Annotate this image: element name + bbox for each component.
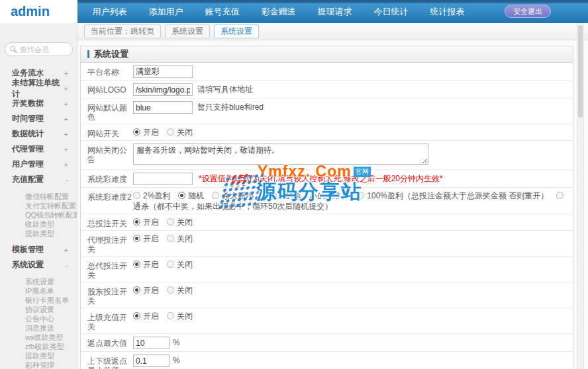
- form-row-agent-bet-switch: 代理投注开关开启关闭: [81, 231, 573, 257]
- rebate-max-input[interactable]: [133, 337, 170, 349]
- gagent-bet-switch-option-label: 开启: [143, 260, 159, 269]
- sidebar-group-9[interactable]: 系统设置-: [0, 257, 77, 272]
- radio-icon[interactable]: [167, 261, 174, 268]
- sidebar-subitem-7-4[interactable]: 提款类型: [0, 229, 77, 238]
- nav-item-4[interactable]: 提现请求: [307, 0, 363, 23]
- breadcrumb-item-0[interactable]: 当前位置：跳转页: [84, 24, 161, 38]
- sidebar-subitem-7-1[interactable]: 支付宝转帐配置: [0, 201, 77, 210]
- sidebar-group-7[interactable]: 充值配置-: [0, 172, 77, 187]
- radio-icon[interactable]: [556, 192, 564, 199]
- sidebar-group-label: 系统设置: [12, 259, 44, 270]
- total-bet-switch-option-0[interactable]: 开启: [133, 218, 159, 227]
- top-navbar: admin 用户列表添加用户账号充值彩金赠送提现请求今日统计统计报表 安全退出: [0, 0, 588, 23]
- sidebar-subitem-9-3[interactable]: 协议设置: [0, 305, 77, 314]
- sidebar-subitem-9-7[interactable]: zfb收款类型: [0, 342, 77, 351]
- radio-icon[interactable]: [167, 128, 174, 136]
- member-search: [5, 42, 72, 56]
- sidebar-group-1[interactable]: 未结算注单统计+: [0, 81, 77, 96]
- nav-item-0[interactable]: 用户列表: [81, 0, 138, 23]
- agent-bet-switch-label: 代理投注开关: [87, 233, 133, 254]
- sidebar-subitem-9-0[interactable]: 系统设置: [0, 277, 77, 286]
- radio-icon[interactable]: [212, 192, 219, 199]
- sidebar-group-8[interactable]: 模板管理+: [0, 242, 77, 257]
- scrollbar-thumb[interactable]: [578, 25, 583, 118]
- nav-item-5[interactable]: 今日统计: [363, 0, 419, 23]
- parent-recharge-switch-option-label: 开启: [143, 311, 159, 321]
- sys-difficulty2-option-3[interactable]: 100%盈利（总投注金额大于总派奖金额 否则重开）: [357, 191, 548, 200]
- sidebar-subitem-9-8[interactable]: 提款类型: [0, 351, 77, 360]
- nav-item-2[interactable]: 账号充值: [194, 0, 250, 23]
- parent-recharge-switch-label: 上级充值开关: [87, 310, 133, 331]
- vertical-scrollbar[interactable]: [577, 23, 584, 369]
- sidebar-subitem-9-9[interactable]: 彩种管理: [0, 360, 77, 369]
- radio-icon[interactable]: [133, 192, 140, 199]
- form-row-close-notice: 网站关闭公告: [81, 141, 573, 170]
- settings-panel: 系统设置 平台名称网站LOGO请填写具体地址网站默认颜色暂只支持blue和red…: [80, 46, 573, 369]
- sidebar-subitem-9-5[interactable]: 消息推送: [0, 323, 77, 333]
- sidebar-subitem-9-4[interactable]: 公告中心: [0, 314, 77, 323]
- site-switch-option-label: 开启: [143, 128, 159, 137]
- sys-difficulty2-option-0[interactable]: 2%盈利: [133, 191, 170, 200]
- nav-item-6[interactable]: 统计报表: [419, 0, 475, 23]
- radio-icon[interactable]: [167, 312, 174, 319]
- sidebar-subitem-9-2[interactable]: 银行卡黑名单: [0, 296, 77, 305]
- radio-checked-icon[interactable]: [133, 286, 140, 294]
- sidebar-subitem-9-1[interactable]: IP黑名单: [0, 286, 77, 296]
- sidebar-group-3[interactable]: 时间管理+: [0, 111, 77, 126]
- sidebar-group-label: 未结算注单统计: [12, 77, 64, 100]
- radio-checked-icon[interactable]: [133, 312, 140, 319]
- platform-name-input[interactable]: [133, 65, 193, 78]
- form-row-platform-name: 平台名称: [81, 63, 573, 81]
- sidebar-subitem-7-0[interactable]: 微信转帐配置: [0, 192, 77, 201]
- sys-difficulty2-option-2[interactable]: 杀大赔小（投注大的杀，小的正常）: [212, 191, 349, 200]
- radio-icon[interactable]: [167, 218, 174, 226]
- sidebar-group-5[interactable]: 代理管理+: [0, 142, 77, 157]
- breadcrumb: 当前位置：跳转页系统设置系统设置: [77, 23, 588, 40]
- form-row-site-switch: 网站开关开启关闭: [81, 124, 573, 141]
- radio-icon[interactable]: [167, 286, 174, 294]
- site-switch-option-0[interactable]: 开启: [133, 128, 159, 137]
- breadcrumb-item-1[interactable]: 系统设置: [165, 24, 210, 38]
- sidebar-submenu: 系统设置IP黑名单银行卡黑名单协议设置公告中心消息推送wx收款类型zfb收款类型…: [0, 277, 77, 369]
- app-logo: admin: [0, 0, 77, 23]
- sidebar-group-6[interactable]: 用户管理+: [0, 157, 77, 172]
- radio-checked-icon[interactable]: [133, 235, 140, 242]
- nav-item-1[interactable]: 添加用户: [138, 0, 194, 23]
- radio-checked-icon[interactable]: [133, 261, 140, 268]
- form-row-total-bet-switch: 总投注开关开启关闭: [81, 214, 573, 231]
- agent-bet-switch-option-0[interactable]: 开启: [133, 234, 159, 243]
- breadcrumb-item-2[interactable]: 系统设置: [214, 24, 259, 38]
- site-switch-option-1[interactable]: 关闭: [167, 128, 193, 137]
- parent-recharge-switch-option-1[interactable]: 关闭: [167, 311, 193, 321]
- sidebar-subitem-9-6[interactable]: wx收款类型: [0, 333, 77, 342]
- logout-button[interactable]: 安全退出: [505, 5, 551, 18]
- radio-checked-icon[interactable]: [133, 218, 140, 226]
- site-color-input[interactable]: [133, 101, 193, 114]
- sys-difficulty-input[interactable]: [133, 173, 193, 185]
- gagent-bet-switch-option-0[interactable]: 开启: [133, 260, 159, 269]
- sys-difficulty-label: 系统彩难度: [87, 172, 133, 184]
- minus-icon: -: [66, 176, 68, 184]
- rebate-min-diff-input[interactable]: [133, 354, 170, 367]
- sidebar-group-4[interactable]: 数据统计+: [0, 126, 77, 142]
- sys-difficulty2-option-1[interactable]: 随机: [178, 191, 204, 200]
- agent-bet-switch-option-1[interactable]: 关闭: [167, 234, 193, 243]
- sidebar-subitem-7-2[interactable]: QQ钱包转帐配置: [0, 210, 77, 220]
- plus-icon: +: [64, 100, 68, 108]
- shareholder-bet-switch-option-1[interactable]: 关闭: [167, 286, 193, 295]
- radio-checked-icon[interactable]: [133, 128, 140, 136]
- total-bet-switch-option-1[interactable]: 关闭: [167, 218, 193, 227]
- close-notice-textarea[interactable]: [133, 144, 428, 165]
- radio-icon[interactable]: [357, 192, 364, 199]
- gagent-bet-switch-option-1[interactable]: 关闭: [167, 260, 193, 269]
- radio-icon[interactable]: [167, 235, 174, 242]
- sidebar-group-2[interactable]: 开奖数据+: [0, 96, 77, 111]
- platform-name-label: 平台名称: [87, 65, 133, 77]
- shareholder-bet-switch-option-0[interactable]: 开启: [133, 286, 159, 295]
- radio-checked-icon[interactable]: [178, 192, 185, 199]
- parent-recharge-switch-option-0[interactable]: 开启: [133, 311, 159, 321]
- sidebar-subitem-7-3[interactable]: 收款类型: [0, 220, 77, 229]
- site-logo-input[interactable]: [133, 83, 193, 96]
- plus-icon: +: [64, 115, 68, 123]
- nav-item-3[interactable]: 彩金赠送: [250, 0, 307, 23]
